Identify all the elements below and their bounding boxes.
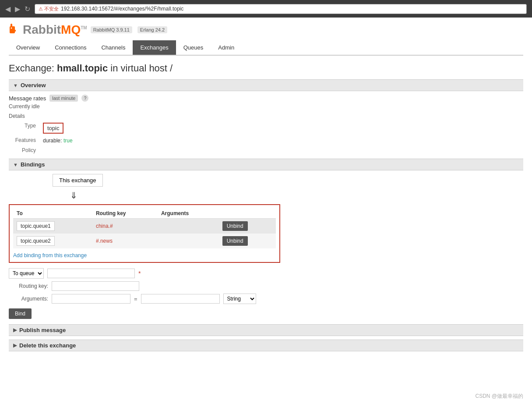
arguments-value-input[interactable] — [141, 294, 220, 304]
back-button[interactable]: ◀ — [5, 5, 11, 13]
arguments-label: Arguments: — [9, 296, 48, 302]
exchange-name: hmall.topic — [57, 63, 108, 74]
arguments-key-input[interactable] — [52, 294, 130, 304]
bindings-header-row: To Routing key Arguments — [13, 209, 276, 219]
this-exchange-wrapper: This exchange — [9, 174, 523, 188]
routing-key-row: Routing key: — [9, 281, 523, 291]
publish-message-label: Publish message — [19, 327, 66, 333]
last-minute-badge[interactable]: last minute — [49, 95, 78, 102]
bindings-table: To Routing key Arguments topic.queue1 — [13, 209, 276, 248]
delete-expand-arrow: ▶ — [13, 343, 17, 348]
bindings-section-header[interactable]: ▼ Bindings — [9, 159, 523, 170]
logo-mq-part: MQ — [61, 23, 81, 36]
logo-rabbit-part: Rabbit — [23, 23, 61, 36]
binding-row-2: topic.queue2 #.news Unbind — [13, 234, 276, 248]
durable-value: true — [63, 138, 73, 144]
to-queue-select[interactable]: To queue — [9, 268, 44, 279]
title-prefix: Exchange: — [9, 63, 54, 74]
col-routing-key: Routing key — [92, 209, 158, 219]
refresh-button[interactable]: ↻ — [25, 5, 30, 13]
binding-routing-key-1: china.# — [92, 219, 158, 234]
message-rates-label: Message rates — [9, 95, 46, 102]
binding-arguments-1 — [158, 219, 219, 234]
routing-key-input[interactable] — [52, 281, 139, 291]
policy-row: Policy — [9, 145, 76, 155]
overview-collapse-arrow: ▼ — [13, 83, 18, 88]
browser-chrome: ◀ ▶ ↻ ⚠ 不安全 192.168.30.140:15672/#/excha… — [0, 0, 532, 18]
binding-to-2: topic.queue2 — [13, 234, 92, 248]
binding-actions-1: Unbind — [219, 219, 276, 234]
address-bar[interactable]: ⚠ 不安全 192.168.30.140:15672/#/exchanges/%… — [35, 4, 527, 14]
to-queue-input[interactable] — [47, 269, 135, 278]
routing-key-value-1: china.# — [96, 223, 113, 229]
rabbitmq-version: RabbitMQ 3.9.11 — [91, 26, 132, 33]
durable-label: durable: — [43, 138, 62, 144]
type-value-cell: topic — [39, 121, 76, 135]
watermark: CSDN @做最幸福的 — [475, 393, 523, 400]
bindings-content: This exchange ⇓ To Routing key Arguments — [9, 174, 523, 319]
forward-button[interactable]: ▶ — [15, 5, 20, 13]
title-in-vhost: in virtual host / — [110, 63, 173, 74]
bindings-collapse-arrow: ▼ — [13, 162, 18, 167]
bindings-table-body: topic.queue1 china.# Unbind — [13, 219, 276, 249]
col-arguments: Arguments — [158, 209, 219, 219]
app-header: RabbitMQTM RabbitMQ 3.9.11 Erlang 24.2 O… — [0, 18, 532, 56]
logo-tm: TM — [81, 25, 87, 30]
col-actions — [219, 209, 276, 219]
nav-admin[interactable]: Admin — [211, 40, 242, 55]
erlang-version: Erlang 24.2 — [137, 26, 167, 33]
nav-channels[interactable]: Channels — [94, 40, 133, 55]
svg-rect-3 — [13, 30, 16, 32]
currently-idle: Currently idle — [9, 103, 523, 110]
logo: RabbitMQTM — [9, 23, 87, 37]
arguments-type-select[interactable]: String Integer Boolean — [223, 294, 256, 304]
queue-link-2[interactable]: topic.queue2 — [17, 236, 55, 246]
col-to: To — [13, 209, 92, 219]
unbind-button-1[interactable]: Unbind — [222, 221, 248, 231]
features-label: Features — [9, 135, 39, 145]
type-badge: topic — [43, 123, 63, 134]
binding-arguments-2 — [158, 234, 219, 248]
svg-point-2 — [11, 28, 12, 29]
nav-connections[interactable]: Connections — [47, 40, 94, 55]
nav-queues[interactable]: Queues — [176, 40, 211, 55]
publish-expand-arrow: ▶ — [13, 327, 17, 333]
delete-exchange-label: Delete this exchange — [19, 342, 76, 349]
logo-area: RabbitMQTM RabbitMQ 3.9.11 Erlang 24.2 — [9, 23, 523, 37]
security-warning: ⚠ 不安全 — [39, 6, 59, 12]
overview-content: Message rates last minute ? Currently id… — [9, 95, 523, 155]
logo-text: RabbitMQTM — [23, 23, 87, 37]
down-arrow: ⇓ — [70, 190, 523, 201]
features-value-cell: durable: true — [39, 135, 76, 145]
nav-exchanges[interactable]: Exchanges — [133, 40, 176, 55]
overview-section-header[interactable]: ▼ Overview — [9, 79, 523, 91]
routing-key-label: Routing key: — [9, 283, 48, 289]
policy-label: Policy — [9, 145, 39, 155]
policy-value — [39, 145, 76, 155]
bindings-table-head: To Routing key Arguments — [13, 209, 276, 219]
to-queue-row: To queue * — [9, 268, 523, 279]
details-label: Details — [9, 113, 523, 119]
app-container: RabbitMQTM RabbitMQ 3.9.11 Erlang 24.2 O… — [0, 18, 532, 407]
help-badge[interactable]: ? — [81, 95, 88, 102]
nav-bar: Overview Connections Channels Exchanges … — [9, 40, 523, 56]
binding-row-1: topic.queue1 china.# Unbind — [13, 219, 276, 234]
queue-link-1[interactable]: topic.queue1 — [17, 221, 55, 231]
bindings-table-wrapper: To Routing key Arguments topic.queue1 — [9, 204, 280, 263]
binding-to-1: topic.queue1 — [13, 219, 92, 234]
unbind-button-2[interactable]: Unbind — [222, 236, 248, 246]
this-exchange-button[interactable]: This exchange — [53, 174, 103, 187]
bindings-section-label: Bindings — [21, 161, 45, 168]
equals-sign: = — [134, 296, 137, 302]
publish-message-section[interactable]: ▶ Publish message — [9, 324, 523, 336]
routing-key-value-2: #.news — [96, 238, 113, 244]
nav-overview[interactable]: Overview — [9, 40, 47, 55]
binding-form: To queue * Routing key: Arguments: = Str… — [9, 268, 523, 319]
add-binding-link[interactable]: Add binding from this exchange — [13, 252, 87, 258]
features-row: Features durable: true — [9, 135, 76, 145]
url-text: 192.168.30.140:15672/#/exchanges/%2F/hma… — [61, 6, 183, 12]
bind-button[interactable]: Bind — [9, 308, 32, 319]
binding-actions-2: Unbind — [219, 234, 276, 248]
details-table: Type topic Features durable: true Policy — [9, 121, 76, 155]
delete-exchange-section[interactable]: ▶ Delete this exchange — [9, 340, 523, 351]
